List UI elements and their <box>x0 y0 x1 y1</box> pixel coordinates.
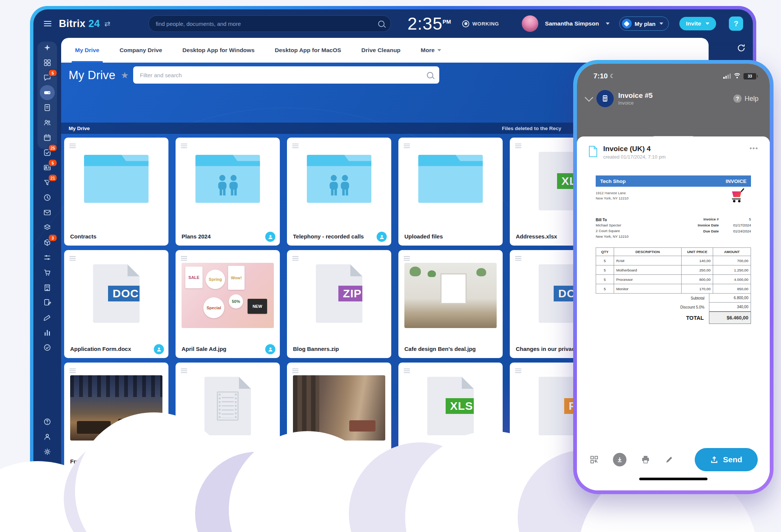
hamburger-menu-icon[interactable] <box>44 21 51 22</box>
sidebar-item-drive[interactable] <box>40 85 55 100</box>
drive-tab-row: My Drive Company Drive Desktop App for W… <box>61 38 753 63</box>
copilot-icon[interactable] <box>736 42 747 54</box>
tab-more[interactable]: More <box>411 38 451 63</box>
item-menu-icon[interactable] <box>292 144 299 144</box>
edit-pencil-icon[interactable] <box>665 455 674 464</box>
item-label: Telephony - recorded calls <box>293 233 374 240</box>
print-icon[interactable] <box>641 455 650 465</box>
sidebar-item-knowledge[interactable] <box>40 220 55 235</box>
item-menu-icon[interactable] <box>292 369 299 369</box>
sidebar-item-settings[interactable] <box>40 444 55 459</box>
shared-badge-icon <box>154 344 164 354</box>
home-indicator[interactable] <box>577 478 770 490</box>
drive-item-blog-banners[interactable]: ZIP Blog Banners.zip <box>287 250 391 358</box>
favorite-star-icon[interactable]: ★ <box>121 70 129 81</box>
sidebar-item-marketing[interactable] <box>40 310 55 325</box>
global-search[interactable] <box>149 15 391 32</box>
item-menu-icon[interactable] <box>181 144 187 144</box>
user-menu-caret-icon[interactable] <box>606 22 610 25</box>
item-menu-icon[interactable] <box>69 256 76 257</box>
bitrix-logo[interactable]: Bitrix 24 <box>59 18 100 30</box>
item-menu-icon[interactable] <box>515 256 521 257</box>
drive-item-april-sale-ad[interactable]: SALE Spring Wow! Special NEW 50% April S… <box>176 250 280 358</box>
due-date: 01/24/2024 <box>719 229 751 233</box>
item-menu-icon[interactable] <box>181 256 187 257</box>
phone-help-button[interactable]: ? Help <box>733 94 758 103</box>
invoice-number-label: Invoice # <box>698 217 719 221</box>
qr-code-icon[interactable] <box>590 455 599 464</box>
phone-clock: 7:10 <box>593 72 608 80</box>
sidebar-item-analytics[interactable] <box>40 325 55 340</box>
download-icon[interactable] <box>613 453 626 466</box>
tab-desktop-macos[interactable]: Desktop App for MacOS <box>265 38 351 63</box>
sidebar-item-crm[interactable]: 5 <box>40 160 55 175</box>
sidebar-item-shop[interactable] <box>40 265 55 280</box>
my-plan-button[interactable]: My plan <box>619 16 669 31</box>
sidebar-item-help[interactable] <box>40 414 55 429</box>
help-button[interactable]: ? <box>729 16 743 31</box>
sidebar-item-workspace[interactable] <box>40 55 55 70</box>
drive-item-plans-2024[interactable]: Plans 2024 <box>176 138 280 246</box>
status-dot-icon <box>462 20 469 27</box>
doc-menu-icon[interactable]: ••• <box>749 145 758 152</box>
tab-company-drive[interactable]: Company Drive <box>110 38 173 63</box>
avatar[interactable] <box>522 15 538 32</box>
logo-text: Bitrix <box>59 18 86 29</box>
item-menu-icon[interactable] <box>69 144 76 144</box>
sidebar-item-tasks[interactable]: 25 <box>40 145 55 160</box>
table-row: 5RAM 140,00700,00 <box>596 256 751 265</box>
item-menu-icon[interactable] <box>404 369 410 369</box>
switch-icon[interactable]: ⇄ <box>104 19 110 28</box>
invite-button[interactable]: Invite <box>679 17 716 30</box>
breadcrumb[interactable]: My Drive <box>69 126 90 131</box>
drive-item-application-form[interactable]: DOC Application Form.docx <box>64 250 168 358</box>
invoice-doc-created: created 01/17/2024, 7:10 pm <box>603 154 665 160</box>
sidebar-item-automation[interactable] <box>40 250 55 265</box>
work-clock[interactable]: 2:35PM <box>407 13 451 34</box>
sidebar-item-market[interactable]: 3 <box>40 235 55 250</box>
user-name[interactable]: Samantha Simpson <box>545 20 599 27</box>
global-search-input[interactable] <box>155 20 378 27</box>
item-menu-icon[interactable] <box>292 256 299 257</box>
sidebar-item-feed[interactable]: 21 <box>40 175 55 190</box>
sidebar-item-messenger[interactable]: 5 <box>40 70 55 85</box>
recycle-note[interactable]: Files deleted to the Recy <box>502 126 561 131</box>
sidebar-item-time[interactable] <box>40 190 55 205</box>
dnd-moon-icon: ☾ <box>610 73 615 79</box>
sidebar-item-company[interactable] <box>40 280 55 295</box>
bill-to-address-2: New York, NY 12210 <box>596 234 629 240</box>
work-status[interactable]: WORKING <box>462 20 499 27</box>
item-menu-icon[interactable] <box>404 144 410 144</box>
sidebar-item-calendar[interactable] <box>40 130 55 145</box>
tab-my-drive[interactable]: My Drive <box>65 38 110 63</box>
bill-to-name: Michael Specter <box>596 223 629 228</box>
item-label: Cafe design Ben's deal.jpg <box>404 346 485 352</box>
sidebar-item-docs[interactable] <box>40 100 55 115</box>
drive-item-telephony[interactable]: Telephony - recorded calls <box>287 138 391 246</box>
item-menu-icon[interactable] <box>69 369 76 369</box>
shared-badge-icon <box>265 232 275 242</box>
sidebar-item-sign[interactable] <box>40 295 55 310</box>
tab-drive-cleanup[interactable]: Drive Cleanup <box>351 38 410 63</box>
drive-item-contracts[interactable]: Contracts <box>64 138 168 246</box>
filter-search[interactable] <box>133 66 439 84</box>
drive-item-cafe-design[interactable]: Cafe design Ben's deal.jpg <box>398 250 503 358</box>
filter-search-input[interactable] <box>139 72 427 79</box>
sidebar-item-copilot[interactable] <box>40 40 55 55</box>
drive-tabs: My Drive Company Drive Desktop App for W… <box>61 38 709 63</box>
invoice-doc-label: INVOICE <box>725 178 746 184</box>
sidebar-item-checkin[interactable] <box>40 340 55 355</box>
invite-label: Invite <box>686 20 701 27</box>
sidebar-item-profile[interactable] <box>40 429 55 444</box>
item-menu-icon[interactable] <box>404 256 410 257</box>
left-sidebar: 5 25 5 21 3 <box>33 38 61 478</box>
tab-desktop-windows[interactable]: Desktop App for Windows <box>172 38 264 63</box>
sidebar-item-groups[interactable] <box>40 115 55 130</box>
drive-item-uploaded-files[interactable]: Uploaded files <box>398 138 503 246</box>
item-menu-icon[interactable] <box>515 144 521 144</box>
sidebar-item-mail[interactable] <box>40 205 55 220</box>
chevron-down-icon[interactable] <box>585 93 593 102</box>
item-menu-icon[interactable] <box>515 369 521 369</box>
send-button[interactable]: Send <box>695 448 758 471</box>
item-menu-icon[interactable] <box>181 369 187 369</box>
